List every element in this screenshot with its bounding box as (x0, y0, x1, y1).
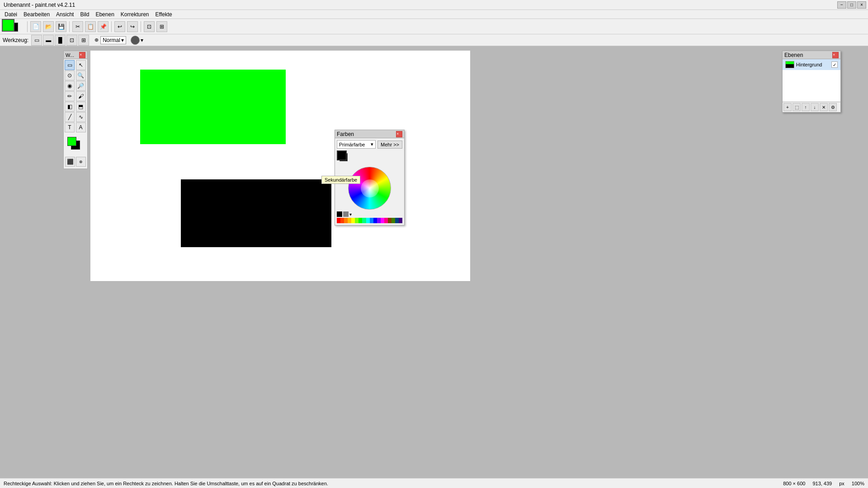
toolbar-separator-1 (27, 21, 28, 32)
shape-tool[interactable]: ∿ (76, 112, 86, 122)
paste-button[interactable]: 📌 (98, 21, 108, 32)
undo-button[interactable]: ↩ (114, 21, 125, 32)
tool-size-medium[interactable]: ▬ (43, 35, 54, 46)
ebenen-title: Ebenen (784, 52, 803, 58)
new-button[interactable]: 📄 (30, 21, 41, 32)
rectangle-select-tool[interactable]: ▭ (65, 60, 75, 70)
tool-size-small[interactable]: ▭ (31, 35, 42, 46)
palette-navy[interactable] (395, 218, 399, 223)
palette-red[interactable] (337, 218, 340, 223)
menu-bearbeiten[interactable]: Bearbeiten (21, 10, 52, 19)
maximize-button[interactable]: □ (847, 1, 856, 9)
save-button[interactable]: 💾 (56, 21, 66, 32)
crop-button[interactable]: ⊡ (144, 21, 155, 32)
farben-content: Primärfarbe ▾ Mehr >> Sekundärfarbe (335, 138, 404, 225)
cut-button[interactable]: ✂ (72, 21, 83, 32)
clone-stamp-tool[interactable]: ⬒ (76, 102, 86, 112)
status-bar: Rechteckige Auswahl: Klicken und ziehen … (0, 478, 868, 488)
move-layer-up-button[interactable]: ↑ (802, 103, 810, 111)
tool-option-extra2[interactable]: ⊞ (78, 35, 89, 46)
palette-orange[interactable] (344, 218, 348, 223)
tool-option-extra1[interactable]: ⊡ (66, 35, 77, 46)
toolbox-close-button[interactable]: × (79, 52, 85, 58)
font-tool[interactable]: A (76, 122, 86, 132)
extra-tool[interactable]: ⊗ (76, 157, 86, 167)
menu-ansicht[interactable]: Ansicht (53, 10, 76, 19)
duplicate-layer-button[interactable]: ⬚ (793, 103, 801, 111)
blend-mode-dropdown[interactable]: Normal ▾ (100, 36, 126, 44)
palette-amber[interactable] (348, 218, 351, 223)
resize-button[interactable]: ⊞ (156, 21, 167, 32)
palette-orange-red[interactable] (340, 218, 344, 223)
palette-rose[interactable] (384, 218, 388, 223)
farben-mode-dropdown[interactable]: Primärfarbe ▾ (337, 140, 376, 149)
palette-azure[interactable] (370, 218, 373, 223)
farben-close-button[interactable]: × (396, 131, 402, 137)
canvas-area[interactable] (90, 51, 470, 281)
toolbox-primary-color[interactable] (67, 137, 76, 146)
toolbox-titlebar: W... × (64, 51, 87, 59)
close-button[interactable]: × (857, 1, 866, 9)
palette-blue[interactable] (373, 218, 377, 223)
color-wheel[interactable] (348, 167, 391, 210)
menu-ebenen[interactable]: Ebenen (93, 10, 117, 19)
tool-size-large[interactable]: █ (55, 35, 66, 46)
move-layer-down-button[interactable]: ↓ (811, 103, 819, 111)
palette-indigo[interactable] (399, 218, 402, 223)
layer-visibility-checkbox[interactable]: ✓ (831, 61, 838, 68)
lasso-tool[interactable]: ◉ (65, 81, 75, 91)
circle-color-option[interactable] (131, 36, 140, 45)
palette-cyan[interactable] (366, 218, 370, 223)
app-title: Unbenannt - paint.net v4.2.11 (2, 2, 75, 8)
toolbox-bottom-row: ⬛ ⊗ (64, 155, 87, 169)
swatch-options-arrow[interactable]: ▾ (349, 212, 352, 217)
canvas-drawing-area[interactable] (90, 51, 470, 281)
fill-tool[interactable]: ⬛ (65, 157, 75, 167)
copy-button[interactable]: 📋 (85, 21, 96, 32)
green-rectangle (140, 70, 286, 144)
small-swatch-black[interactable] (337, 211, 342, 217)
layer-row-hintergrund[interactable]: Hintergrund ✓ (783, 59, 840, 70)
title-bar: Unbenannt - paint.net v4.2.11 − □ × (0, 0, 868, 10)
open-button[interactable]: 📂 (43, 21, 54, 32)
menu-effekte[interactable]: Effekte (153, 10, 175, 19)
menu-korrekturen[interactable]: Korrekturen (118, 10, 152, 19)
farben-swatches: Sekundärfarbe (337, 150, 402, 165)
palette-spring-green[interactable] (362, 218, 366, 223)
toolbar-color-swatches (2, 19, 23, 34)
ebenen-close-button[interactable]: × (832, 52, 839, 58)
minimize-button[interactable]: − (837, 1, 846, 9)
eraser-tool[interactable]: ◧ (65, 102, 75, 112)
zoom-out-tool[interactable]: 🔎 (76, 81, 86, 91)
palette-magenta[interactable] (381, 218, 384, 223)
farben-mehr-button[interactable]: Mehr >> (377, 141, 402, 149)
farben-title: Farben (337, 131, 354, 137)
canvas-size-display: 800 × 600 (783, 481, 805, 486)
palette-yellow-green[interactable] (355, 218, 359, 223)
pencil-tool[interactable]: ✏ (65, 91, 75, 101)
zoom-tool[interactable]: 🔍 (76, 70, 86, 80)
primary-color-swatch[interactable] (2, 19, 14, 32)
small-swatch-gray[interactable] (343, 211, 349, 217)
palette-violet[interactable] (377, 218, 381, 223)
palette-yellow[interactable] (351, 218, 355, 223)
text-tool[interactable]: T (65, 122, 75, 132)
menu-bild[interactable]: Bild (77, 10, 92, 19)
palette-green[interactable] (359, 218, 362, 223)
farben-primary-swatch[interactable] (337, 150, 347, 160)
brush-tool[interactable]: 🖌 (76, 91, 86, 101)
menu-datei[interactable]: Datei (2, 10, 20, 19)
magic-wand-tool[interactable]: ⊙ (65, 70, 75, 80)
palette-brown[interactable] (388, 218, 392, 223)
ebenen-titlebar: Ebenen × (783, 51, 840, 59)
palette-olive[interactable] (392, 218, 395, 223)
line-tool[interactable]: ╱ (65, 112, 75, 122)
main-area: W... × ▭ ↖ ⊙ 🔍 ◉ 🔎 ✏ 🖌 ◧ ⬒ ╱ ∿ T A (0, 46, 868, 478)
layer-properties-button[interactable]: ⚙ (829, 103, 837, 111)
move-tool[interactable]: ↖ (76, 60, 86, 70)
toolbox-panel: W... × ▭ ↖ ⊙ 🔍 ◉ 🔎 ✏ 🖌 ◧ ⬒ ╱ ∿ T A (63, 51, 88, 169)
delete-layer-button[interactable]: ✕ (820, 103, 828, 111)
add-layer-button[interactable]: + (783, 103, 792, 111)
redo-button[interactable]: ↪ (127, 21, 138, 32)
toolbar: 📄 📂 💾 ✂ 📋 📌 ↩ ↪ ⊡ ⊞ (0, 19, 868, 34)
